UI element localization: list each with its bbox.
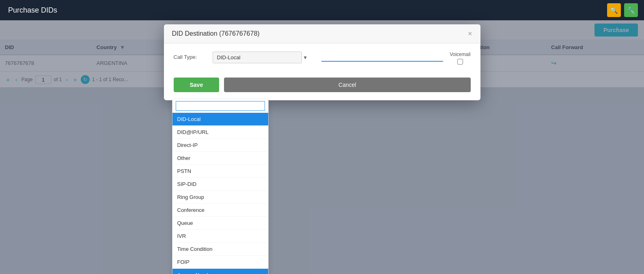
destination-input[interactable] xyxy=(321,52,443,62)
call-type-dropdown: DID-Local DID@IP/URL Direct-IP Other PST… xyxy=(172,99,269,274)
modal-close-button[interactable]: × xyxy=(468,30,472,37)
dropdown-item-access-number[interactable]: Access Number xyxy=(172,269,268,274)
dropdown-item-direct-ip[interactable]: Direct-IP xyxy=(172,139,268,152)
cancel-button[interactable]: Cancel xyxy=(224,78,470,92)
select-arrow-icon: ▼ xyxy=(303,55,308,60)
voicemail-checkbox[interactable] xyxy=(457,59,463,65)
main-content: Purchase DID Country ▼ Province Purchase… xyxy=(0,20,644,274)
dropdown-item-foip[interactable]: FOIP xyxy=(172,256,268,269)
dropdown-search-wrap xyxy=(172,99,268,113)
app-header: Purchase DIDs 🔍 🔧 xyxy=(0,0,644,20)
dropdown-item-ivr[interactable]: IVR xyxy=(172,230,268,243)
call-type-select-wrap: DID-Local ▼ xyxy=(213,52,311,63)
save-button[interactable]: Save xyxy=(174,78,220,92)
dropdown-item-did-local[interactable]: DID-Local xyxy=(172,113,268,126)
call-type-row: Call Type: DID-Local ▼ Voicemail xyxy=(174,52,471,65)
dropdown-item-pstn[interactable]: PSTN xyxy=(172,165,268,178)
did-destination-modal: DID Destination (7676767678) × Call Type… xyxy=(164,24,480,100)
dropdown-item-queue[interactable]: Queue xyxy=(172,217,268,230)
modal-body: Call Type: DID-Local ▼ Voicemail xyxy=(164,43,480,78)
modal-header: DID Destination (7676767678) × xyxy=(164,24,480,43)
tools-icon-button[interactable]: 🔧 xyxy=(624,3,638,17)
dropdown-item-ring-group[interactable]: Ring Group xyxy=(172,191,268,204)
voicemail-section: Voicemail xyxy=(450,52,470,65)
header-icons: 🔍 🔧 xyxy=(607,3,638,17)
call-type-select[interactable]: DID-Local xyxy=(213,52,302,63)
modal-footer: Save Cancel xyxy=(164,78,480,100)
search-icon-button[interactable]: 🔍 xyxy=(607,3,621,17)
page-title: Purchase DIDs xyxy=(8,6,57,15)
dropdown-search-input[interactable] xyxy=(176,101,265,111)
dropdown-item-time-condition[interactable]: Time Condition xyxy=(172,243,268,256)
dropdown-item-other[interactable]: Other xyxy=(172,152,268,165)
call-type-label: Call Type: xyxy=(174,52,206,60)
destination-wrap xyxy=(317,52,443,62)
dropdown-item-sip-did[interactable]: SIP-DID xyxy=(172,178,268,191)
voicemail-label: Voicemail xyxy=(450,52,470,57)
dropdown-item-did-ip-url[interactable]: DID@IP/URL xyxy=(172,126,268,139)
dropdown-item-conference[interactable]: Conference xyxy=(172,204,268,217)
modal-title: DID Destination (7676767678) xyxy=(172,30,260,37)
